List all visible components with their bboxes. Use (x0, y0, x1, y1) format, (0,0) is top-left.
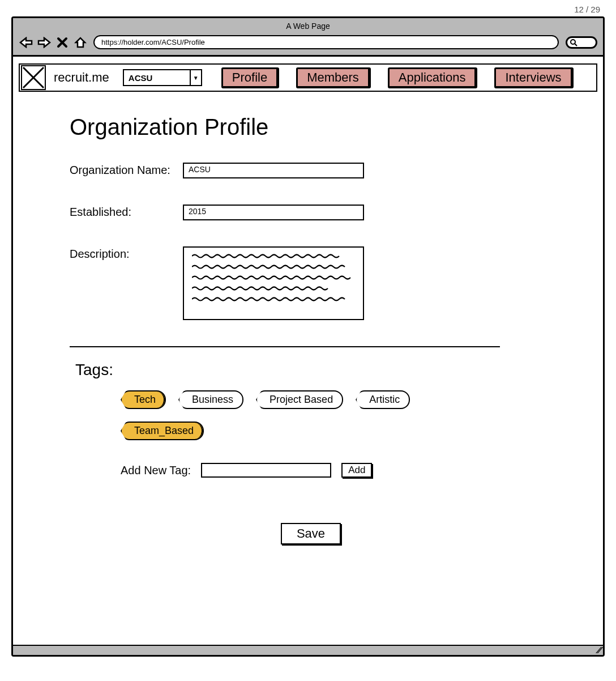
description-textarea[interactable] (183, 246, 364, 320)
tab-interviews[interactable]: Interviews (494, 67, 573, 88)
tag-team-based[interactable]: Team_Based (121, 422, 204, 440)
home-icon[interactable] (73, 36, 88, 49)
add-tag-label: Add New Tag: (121, 464, 191, 477)
page-content: recruit.me ACSU ▼ Profile Members Applic… (13, 63, 603, 544)
tags-row-2: Team_Based (121, 422, 552, 440)
search-button[interactable] (566, 36, 597, 49)
browser-toolbar: https://holder.com/ACSU/Profile (13, 33, 603, 55)
org-select-value: ACSU (129, 73, 153, 83)
org-name-input[interactable]: ACSU (183, 163, 364, 178)
tab-profile[interactable]: Profile (221, 67, 279, 88)
tab-applications[interactable]: Applications (388, 67, 478, 88)
save-button[interactable]: Save (281, 523, 341, 544)
brand-label: recruit.me (54, 70, 109, 85)
tag-project-based[interactable]: Project Based (256, 390, 343, 409)
add-tag-input[interactable] (201, 463, 331, 478)
tags-heading: Tags: (75, 361, 552, 379)
tag-artistic[interactable]: Artistic (356, 390, 410, 409)
svg-line-1 (575, 44, 577, 46)
page-title: Organization Profile (70, 114, 552, 140)
browser-chrome: A Web Page https://holder.com/ACSU/Profi… (13, 18, 603, 57)
logo-placeholder-icon (21, 65, 46, 90)
browser-window: A Web Page https://holder.com/ACSU/Profi… (11, 16, 605, 657)
description-label: Description: (70, 246, 183, 261)
main-panel: Organization Profile Organization Name: … (13, 92, 603, 544)
field-org-name: Organization Name: ACSU (70, 163, 552, 178)
url-input[interactable]: https://holder.com/ACSU/Profile (93, 35, 559, 49)
window-footer: ⁄⁄ (13, 645, 603, 655)
established-label: Established: (70, 205, 183, 219)
add-button[interactable]: Add (341, 463, 372, 478)
field-description: Description: (70, 246, 552, 320)
svg-point-0 (571, 40, 575, 44)
forward-icon[interactable] (37, 36, 52, 49)
add-tag-row: Add New Tag: Add (121, 463, 552, 478)
org-name-label: Organization Name: (70, 163, 183, 177)
app-navbar: recruit.me ACSU ▼ Profile Members Applic… (19, 63, 597, 92)
tag-business[interactable]: Business (178, 390, 243, 409)
section-divider (70, 346, 500, 347)
tags-row-1: Tech Business Project Based Artistic (121, 390, 552, 409)
org-select[interactable]: ACSU ▼ (123, 69, 202, 86)
established-input[interactable]: 2015 (183, 205, 364, 220)
back-icon[interactable] (19, 36, 33, 49)
page-indicator: 12 / 29 (0, 0, 616, 16)
chevron-down-icon: ▼ (190, 70, 201, 85)
browser-title: A Web Page (13, 18, 603, 33)
resize-grip-icon[interactable]: ⁄⁄ (597, 647, 601, 654)
tag-tech[interactable]: Tech (121, 390, 166, 409)
nav-tabs: Profile Members Applications Interviews (221, 67, 591, 88)
stop-icon[interactable] (55, 36, 70, 49)
tab-members[interactable]: Members (296, 67, 371, 88)
field-established: Established: 2015 (70, 205, 552, 220)
